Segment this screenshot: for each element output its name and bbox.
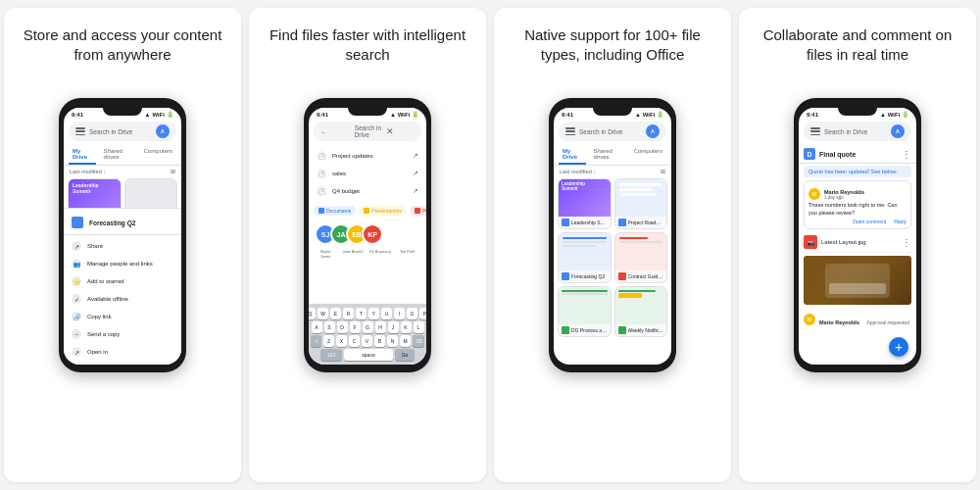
tab-my-drive-3[interactable]: My Drive [559, 145, 586, 165]
key-h[interactable]: H [375, 321, 386, 333]
user-avatar-1[interactable]: A [156, 124, 170, 138]
chip-documents[interactable]: Documents [314, 206, 356, 216]
key-t[interactable]: T [356, 308, 367, 319]
key-a[interactable]: A [312, 321, 322, 333]
key-l[interactable]: L [414, 321, 424, 333]
key-o[interactable]: O [407, 308, 417, 319]
search-bar-1[interactable]: Search in Drive A [69, 122, 176, 141]
key-g[interactable]: G [363, 321, 373, 333]
reply-button[interactable]: Reply [894, 219, 906, 224]
panel3-title: Native support for 100+ file types, incl… [504, 25, 721, 84]
key-k[interactable]: K [401, 321, 412, 333]
key-c[interactable]: C [349, 335, 360, 347]
phone-mockup-3: 9:41 ▲ WiFi 🔋 Search in Drive A My Drive… [549, 98, 676, 372]
tab-bar-1: My Drive Shared drives Computers [64, 145, 181, 166]
key-123[interactable]: 123 [320, 349, 342, 361]
phone-notch-3 [593, 108, 632, 116]
menu-item-open[interactable]: ↗ Open in [64, 343, 181, 361]
notification-text: Quote has been updated! See below: [808, 169, 898, 174]
suggestion-label-1: Project updates [332, 153, 373, 159]
chip-presentations[interactable]: Presentations [359, 206, 407, 216]
status-icons-4: ▲ WiFi 🔋 [880, 111, 908, 118]
tab-computers-3[interactable]: Computers [630, 145, 666, 165]
key-x[interactable]: X [336, 335, 347, 347]
key-i[interactable]: I [394, 308, 405, 319]
offline-icon: ✓ [72, 294, 81, 304]
user-avatar-4[interactable]: A [891, 124, 905, 138]
status-time-4: 9:41 [807, 112, 818, 118]
key-e[interactable]: E [330, 308, 341, 319]
hamburger-icon-3 [565, 127, 575, 135]
type-chips: Documents Presentations PDF [309, 202, 426, 220]
menu-item-share[interactable]: ↗ Share [64, 237, 181, 255]
menu-item-offline[interactable]: ✓ Available offline [64, 290, 181, 308]
file-card-ls3[interactable]: LeadershipSummit Leadership Summit - CO [558, 178, 612, 229]
key-space[interactable]: space [344, 349, 393, 361]
file-card-contract[interactable]: Contract Guidelines [614, 232, 668, 283]
key-q[interactable]: Q [309, 308, 316, 319]
section-label-3: Last modified ↓ ⊞ [554, 166, 671, 176]
key-z[interactable]: Z [323, 335, 334, 347]
avatars-row: SJ JA EB KP [309, 220, 426, 249]
search-bar-4[interactable]: Search in Drive A [804, 122, 911, 141]
key-m[interactable]: M [400, 335, 411, 347]
key-w[interactable]: W [318, 308, 328, 319]
back-arrow-icon[interactable]: ← [320, 128, 349, 135]
search-bar-2[interactable]: ← Search in Drive ✕ [314, 122, 421, 141]
phone-mockup-2: 9:41 ▲ WiFi 🔋 ← Search in Drive ✕ 🕐 Proj… [304, 98, 431, 372]
key-s[interactable]: S [324, 321, 335, 333]
key-u[interactable]: U [381, 308, 392, 319]
menu-item-people[interactable]: 👥 Manage people and links [64, 255, 181, 272]
tab-shared-3[interactable]: Shared drives [590, 145, 626, 165]
more-options-icon[interactable]: ⋮ [902, 149, 911, 160]
comment-author-row: M Mario Reynolds 1 day ago [808, 188, 906, 200]
suggestion-project[interactable]: 🕐 Project updates ↗ [309, 147, 426, 165]
menu-item-copylink[interactable]: 🔗 Copy link [64, 308, 181, 325]
panel-filetypes: Native support for 100+ file types, incl… [494, 8, 731, 482]
keyboard-row-3: ⇧ Z X C V B N M ⌫ [311, 335, 424, 347]
comment-box-mario: M Mario Reynolds 1 day ago These numbers… [804, 180, 911, 229]
file-card-weekly[interactable]: Weekly Notific... [614, 286, 668, 337]
key-shift[interactable]: ⇧ [311, 335, 321, 347]
key-j[interactable]: J [388, 321, 399, 333]
file-card-forecasting3[interactable]: Forecasting Q2 [558, 232, 612, 283]
clock-icon-2: 🕐 [317, 169, 326, 178]
tab-computers-1[interactable]: Computers [140, 145, 176, 165]
suggestion-sales[interactable]: 🕐 sales ↗ [309, 165, 426, 182]
open-comment-button[interactable]: Open comment [853, 219, 886, 224]
search-bar-3[interactable]: Search in Drive A [559, 122, 666, 141]
arrow-icon-3: ↗ [413, 187, 418, 195]
key-r[interactable]: R [343, 308, 354, 319]
section-label-1: Last modified ↓ ⊞ [64, 166, 181, 176]
key-n[interactable]: N [387, 335, 398, 347]
tab-shared-1[interactable]: Shared drives [100, 145, 136, 165]
people-icon: 👥 [72, 259, 81, 269]
comment-time: 1 day ago [824, 195, 864, 200]
notification-bar: Quote has been updated! See below: [804, 166, 911, 177]
search-clear-icon[interactable]: ✕ [386, 126, 415, 136]
image-more-icon[interactable]: ⋮ [902, 237, 911, 248]
file-card-dg[interactable]: DG Process and Proced... [558, 286, 612, 337]
user-avatar-3[interactable]: A [646, 124, 660, 138]
key-y[interactable]: Y [368, 308, 379, 319]
battery-icon: 🔋 [167, 111, 173, 118]
image-file-name: Latest Layout.jpg [821, 239, 898, 245]
key-v[interactable]: V [362, 335, 372, 347]
suggestion-q4[interactable]: 🕐 Q4 budget ↗ [309, 182, 426, 200]
comment-actions: Open comment Reply [808, 219, 906, 224]
file-card-roadmap[interactable]: Project Roadmap (F... [614, 178, 668, 229]
status-time-3: 9:41 [562, 112, 573, 118]
file-list-image[interactable]: 📷 Latest Layout.jpg ⋮ [799, 232, 916, 253]
chip-pdf[interactable]: PDF [410, 206, 426, 216]
menu-item-starred[interactable]: ⭐ Add to starred [64, 272, 181, 290]
key-p[interactable]: P [419, 308, 426, 319]
key-d[interactable]: D [337, 321, 348, 333]
key-f[interactable]: F [350, 321, 361, 333]
doc-title-label: Final quote [819, 151, 898, 158]
key-b[interactable]: B [374, 335, 385, 347]
key-backspace[interactable]: ⌫ [413, 335, 424, 347]
menu-item-sendcopy[interactable]: → Send a copy [64, 325, 181, 343]
fab-button[interactable]: + [889, 337, 908, 357]
key-go[interactable]: Go [395, 349, 415, 361]
tab-my-drive-1[interactable]: My Drive [69, 145, 96, 165]
